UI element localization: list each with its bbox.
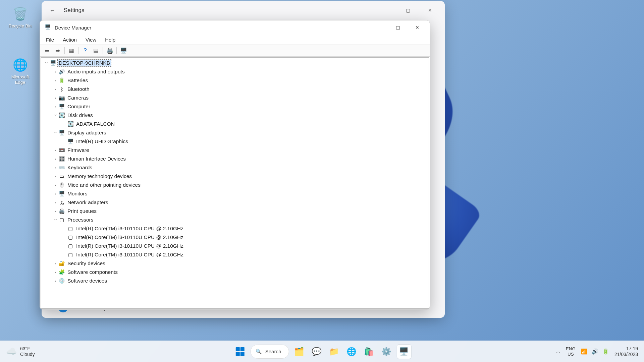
search-input[interactable]: 🔍 Search — [251, 345, 289, 359]
microsoft-edge-label: MicrosoftEdge — [5, 74, 35, 85]
tree-root[interactable]: ﹀🖥️DESKTOP-9CHRNKB — [41, 59, 429, 67]
tree-category[interactable]: ›▭Memory technology devices — [41, 172, 429, 181]
menu-help[interactable]: Help — [101, 36, 119, 44]
volume-icon[interactable]: 🔊 — [592, 348, 598, 355]
expand-toggle[interactable]: › — [52, 87, 58, 91]
tree-category[interactable]: ›💿Software devices — [41, 277, 429, 285]
expand-toggle[interactable]: › — [52, 279, 58, 283]
expand-toggle[interactable]: ﹀ — [52, 130, 58, 135]
battery-icon[interactable]: 🔋 — [602, 348, 609, 355]
tree-device[interactable]: 🖥️Intel(R) UHD Graphics — [41, 137, 429, 146]
tree-category[interactable]: ›🖥️Monitors — [41, 189, 429, 198]
expand-toggle[interactable]: › — [52, 105, 58, 109]
help-icon[interactable]: ? — [80, 46, 90, 55]
tree-label: Cameras — [66, 95, 90, 101]
language-switcher[interactable]: ENG US — [566, 346, 576, 357]
menu-view[interactable]: View — [82, 36, 100, 44]
taskbar-app-task-view[interactable]: 🗂️ — [292, 345, 306, 359]
scan-hardware-icon[interactable]: 🖨️ — [105, 46, 115, 55]
expand-toggle[interactable]: › — [52, 192, 58, 196]
expand-toggle[interactable]: ﹀ — [52, 113, 58, 118]
expand-toggle[interactable]: › — [52, 96, 58, 100]
devmgr-titlebar[interactable]: 🖥️ Device Manager — ▢ ✕ — [40, 20, 430, 35]
minimize-button[interactable]: — — [369, 20, 388, 35]
taskbar-app-edge[interactable]: 🌐 — [344, 345, 359, 359]
category-icon: 🔋 — [58, 77, 65, 83]
tree-category[interactable]: ›🖥️Computer — [41, 102, 429, 111]
category-icon: 🖨️ — [58, 208, 65, 214]
expand-toggle[interactable]: › — [52, 166, 58, 170]
tree-category[interactable]: ›🔊Audio inputs and outputs — [41, 67, 429, 76]
nav-back-icon[interactable]: ⬅ — [42, 46, 52, 55]
tray-chevron-icon[interactable]: ︿ — [556, 349, 560, 355]
devmgr-title: Device Manager — [55, 25, 91, 31]
tree-device[interactable]: ▢Intel(R) Core(TM) i3-10110U CPU @ 2.10G… — [41, 233, 429, 242]
maximize-button[interactable]: ▢ — [388, 20, 408, 35]
tree-category[interactable]: ﹀💽Disk drives — [41, 111, 429, 120]
tree-label: Audio inputs and outputs — [66, 68, 126, 75]
expand-toggle[interactable]: › — [52, 148, 58, 152]
category-icon: 📷 — [58, 95, 65, 101]
start-button[interactable] — [233, 345, 247, 359]
tree-category[interactable]: ›🧩Software components — [41, 268, 429, 277]
device-tree[interactable]: ﹀🖥️DESKTOP-9CHRNKB›🔊Audio inputs and out… — [41, 57, 429, 309]
expand-toggle[interactable]: › — [52, 174, 58, 178]
taskbar-app-device-manager[interactable]: 🖥️ — [397, 345, 411, 359]
properties-icon[interactable]: ▤ — [91, 46, 101, 55]
clock[interactable]: 17:19 21/03/2023 — [614, 346, 638, 357]
tree-category[interactable]: ›📷Cameras — [41, 94, 429, 102]
tree-category[interactable]: ›🖧Network adapters — [41, 198, 429, 207]
expand-toggle[interactable]: › — [52, 200, 58, 204]
tree-category[interactable]: ›ᛒBluetooth — [41, 85, 429, 94]
tree-category[interactable]: ›⌨️Keyboards — [41, 163, 429, 172]
category-icon: 📼 — [58, 147, 65, 153]
menu-action[interactable]: Action — [59, 36, 81, 44]
taskbar-app-file-explorer[interactable]: 📁 — [327, 345, 341, 359]
add-hardware-icon[interactable]: 🖥️ — [118, 46, 128, 55]
tree-category[interactable]: ›🔐Security devices — [41, 259, 429, 268]
taskbar-app-settings[interactable]: ⚙️ — [379, 345, 393, 359]
show-hide-tree-icon[interactable]: ▦ — [66, 46, 76, 55]
tree-device[interactable]: ▢Intel(R) Core(TM) i3-10110U CPU @ 2.10G… — [41, 224, 429, 233]
desktop-icon-microsoft-edge[interactable]: 🌐MicrosoftEdge — [5, 57, 35, 85]
tree-label: Network adapters — [66, 199, 109, 206]
tree-label: Intel(R) Core(TM) i3-10110U CPU @ 2.10GH… — [75, 243, 184, 249]
tree-category[interactable]: ›🎛️Human Interface Devices — [41, 155, 429, 163]
expand-toggle[interactable]: › — [52, 261, 58, 265]
expand-toggle[interactable]: › — [52, 157, 58, 161]
tree-category[interactable]: ›🖱️Mice and other pointing devices — [41, 181, 429, 189]
tree-category[interactable]: ›📼Firmware — [41, 146, 429, 155]
desktop-icon-recycle-bin[interactable]: 🗑️Recycle Bin — [5, 6, 35, 29]
settings-titlebar[interactable]: ← Settings — ▢ ✕ — [42, 1, 445, 20]
wifi-icon[interactable]: 📶 — [581, 348, 588, 355]
tree-label: Keyboards — [66, 164, 93, 171]
expand-toggle[interactable]: › — [52, 70, 58, 74]
tree-category[interactable]: ﹀🖥️Display adapters — [41, 128, 429, 137]
tree-device[interactable]: 💽ADATA FALCON — [41, 120, 429, 128]
back-button[interactable]: ← — [46, 4, 59, 17]
taskbar-app-microsoft-store[interactable]: 🛍️ — [362, 345, 376, 359]
expand-toggle[interactable]: › — [52, 270, 58, 274]
tree-category[interactable]: ﹀▢Processors — [41, 216, 429, 224]
minimize-button[interactable]: — — [380, 8, 392, 13]
weather-widget[interactable]: ☁️ 63°F Cloudy — [0, 346, 35, 357]
expand-toggle[interactable]: › — [52, 183, 58, 187]
close-button[interactable]: ✕ — [408, 20, 427, 35]
category-icon: ▢ — [67, 226, 74, 232]
tree-device[interactable]: ▢Intel(R) Core(TM) i3-10110U CPU @ 2.10G… — [41, 242, 429, 250]
tree-device[interactable]: ▢Intel(R) Core(TM) i3-10110U CPU @ 2.10G… — [41, 250, 429, 259]
tree-category[interactable]: ›🔋Batteries — [41, 76, 429, 85]
weather-temp: 63°F — [20, 346, 35, 352]
windows-logo-icon — [236, 347, 245, 356]
nav-forward-icon[interactable]: ➡ — [53, 46, 63, 55]
taskbar-app-chat[interactable]: 💬 — [310, 345, 324, 359]
tree-category[interactable]: ›🖨️Print queues — [41, 207, 429, 216]
expand-toggle[interactable]: ﹀ — [52, 218, 58, 223]
tree-label: Human Interface Devices — [66, 156, 127, 162]
menu-file[interactable]: File — [42, 36, 58, 44]
expand-toggle[interactable]: ﹀ — [44, 61, 50, 66]
expand-toggle[interactable]: › — [52, 78, 58, 82]
maximize-button[interactable]: ▢ — [402, 8, 414, 13]
expand-toggle[interactable]: › — [52, 209, 58, 213]
close-button[interactable]: ✕ — [424, 8, 436, 13]
